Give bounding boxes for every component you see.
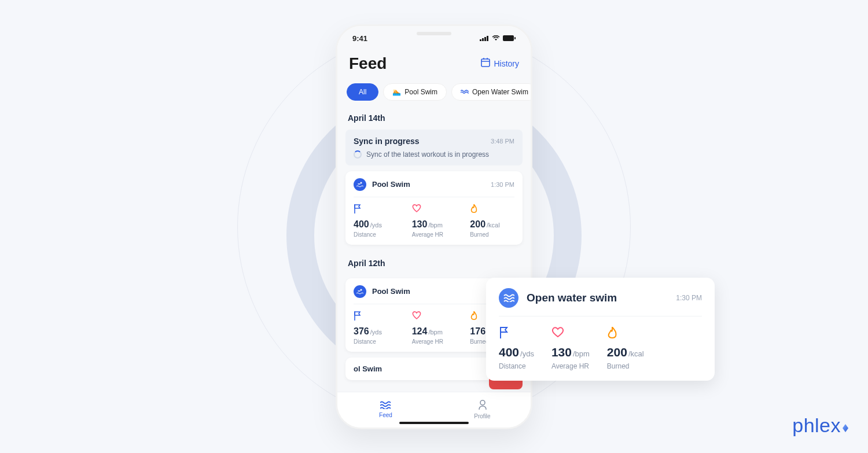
notch xyxy=(417,32,451,35)
flag-icon xyxy=(499,327,534,340)
heart-icon xyxy=(412,311,457,322)
svg-rect-3 xyxy=(487,36,488,41)
workout-title: Pool Swim xyxy=(372,180,485,189)
pool-swim-icon xyxy=(354,285,366,298)
svg-point-12 xyxy=(480,400,485,405)
profile-icon xyxy=(477,400,488,411)
sync-message: Sync of the latest workout is in progres… xyxy=(366,150,489,159)
heart-icon xyxy=(412,204,457,215)
svg-rect-2 xyxy=(484,37,486,41)
workout-title: ol Swim xyxy=(354,364,491,373)
sync-time: 3:48 PM xyxy=(491,138,514,145)
status-time: 9:41 xyxy=(352,34,367,43)
filter-chips: All 🏊 Pool Swim Open Water Swim xyxy=(337,79,531,105)
section-date-1: April 14th xyxy=(337,105,531,127)
metric-hr: 130/bpm Average HR xyxy=(412,204,457,238)
svg-rect-0 xyxy=(480,39,481,41)
filter-open-water[interactable]: Open Water Swim xyxy=(451,83,531,101)
flag-icon xyxy=(354,204,398,215)
svg-rect-1 xyxy=(482,38,484,41)
filter-all[interactable]: All xyxy=(347,83,378,101)
svg-point-10 xyxy=(361,182,362,183)
signal-icon xyxy=(480,34,489,43)
svg-rect-6 xyxy=(481,59,490,67)
open-water-card[interactable]: Open water swim 1:30 PM 400/yds Distance… xyxy=(486,278,715,381)
workout-title: Pool Swim xyxy=(372,287,485,296)
calendar-icon xyxy=(481,58,490,69)
sync-title: Sync in progress xyxy=(354,137,420,146)
filter-pool[interactable]: 🏊 Pool Swim xyxy=(383,83,447,101)
workout-time: 1:30 PM xyxy=(676,294,702,302)
status-bar: 9:41 xyxy=(337,26,531,46)
flame-icon xyxy=(607,327,644,340)
pool-swim-icon xyxy=(354,178,366,191)
metric-distance: 376/yds Distance xyxy=(354,311,398,345)
metric-distance: 400/yds Distance xyxy=(354,204,398,238)
wifi-icon xyxy=(492,34,500,43)
feed-icon xyxy=(380,401,392,410)
flag-icon xyxy=(354,311,398,322)
svg-point-11 xyxy=(361,289,362,290)
workout-time: 1:30 PM xyxy=(491,181,514,188)
svg-rect-4 xyxy=(503,35,514,41)
section-date-2: April 12th xyxy=(337,251,531,272)
spinner-icon xyxy=(354,150,362,159)
metric-burn: 200/kcal Burned xyxy=(470,204,514,238)
brand-diamond-icon xyxy=(843,424,848,432)
waves-icon xyxy=(499,288,518,308)
metric-burn: 200/kcal Burned xyxy=(607,327,644,370)
flame-icon xyxy=(470,204,514,215)
history-label: History xyxy=(494,59,519,68)
swimmer-icon: 🏊 xyxy=(392,88,401,96)
heart-icon xyxy=(551,327,590,340)
waves-icon xyxy=(461,88,469,96)
brand-logo: phlex xyxy=(792,414,848,437)
workout-card-1[interactable]: Pool Swim 1:30 PM 400/yds Distance 130/b… xyxy=(345,171,523,245)
page-title: Feed xyxy=(349,54,387,73)
history-button[interactable]: History xyxy=(481,58,519,69)
home-indicator xyxy=(399,422,469,424)
metric-distance: 400/yds Distance xyxy=(499,327,534,370)
battery-icon xyxy=(503,34,516,43)
metric-hr: 124/bpm Average HR xyxy=(412,311,457,345)
svg-rect-5 xyxy=(514,37,516,39)
metric-hr: 130/bpm Average HR xyxy=(551,327,590,370)
workout-title: Open water swim xyxy=(527,292,668,304)
sync-card[interactable]: Sync in progress 3:48 PM Sync of the lat… xyxy=(345,130,523,165)
